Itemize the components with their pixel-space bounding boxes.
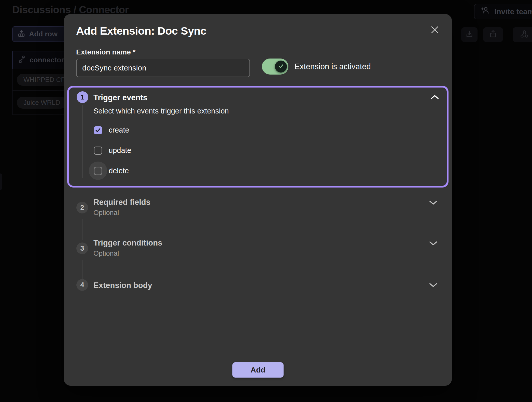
collapse-section-button[interactable] [430, 94, 440, 100]
chevron-down-icon [428, 282, 438, 288]
expand-section-button[interactable] [428, 282, 438, 288]
step-title-extension-body[interactable]: Extension body [93, 281, 152, 290]
checkbox-label: update [109, 146, 131, 155]
extension-name-input[interactable] [76, 59, 250, 77]
step-number-badge: 4 [76, 279, 88, 291]
checkbox-box [94, 126, 102, 134]
checkbox-box [94, 147, 102, 155]
checkbox-delete[interactable]: delete [94, 167, 129, 175]
step-connector-line [82, 219, 82, 240]
expand-section-button[interactable] [428, 240, 438, 246]
add-button[interactable]: Add [232, 362, 284, 378]
checkbox-box [94, 167, 102, 175]
step-connector-line [82, 105, 82, 178]
webhook-button[interactable] [513, 27, 532, 42]
step-title[interactable]: Trigger events [93, 93, 147, 102]
invite-team-button[interactable]: Invite team [474, 4, 532, 19]
step-title-trigger-conditions[interactable]: Trigger conditions [93, 238, 162, 248]
chevron-up-icon [430, 94, 440, 100]
checkbox-update[interactable]: update [94, 146, 131, 155]
step-number-badge: 3 [76, 242, 88, 254]
toggle-knob [275, 61, 287, 73]
invite-team-label: Invite team [494, 7, 532, 16]
add-row-label: Add row [29, 30, 58, 38]
close-button[interactable] [428, 23, 442, 37]
step-trigger-events: 1 Trigger events Select which events tri… [67, 86, 449, 188]
chevron-down-icon [428, 240, 438, 246]
activation-toggle-label: Extension is activated [295, 62, 371, 71]
connector-column-label: connector [30, 56, 64, 64]
extension-name-label: Extension name * [76, 48, 135, 56]
share-icon [488, 30, 498, 40]
dialog-title: Add Extension: Doc Sync [76, 25, 206, 37]
add-row-icon [17, 29, 25, 39]
person-plus-icon [480, 6, 490, 18]
add-row-button[interactable]: Add row [12, 26, 65, 42]
step-number-badge: 1 [77, 91, 88, 103]
import-icon [465, 30, 474, 40]
cable-icon [18, 55, 26, 65]
step-description: Select which events trigger this extensi… [93, 107, 229, 115]
side-panel-handle[interactable] [0, 174, 2, 190]
activation-toggle[interactable] [262, 59, 288, 75]
step-subtitle: Optional [93, 250, 119, 257]
check-icon [277, 63, 285, 71]
step-subtitle: Optional [93, 209, 119, 217]
cell-pill: Juice WRLD [17, 97, 67, 109]
expand-section-button[interactable] [428, 199, 438, 206]
checkbox-label: create [109, 126, 129, 134]
chevron-down-icon [428, 199, 438, 206]
step-connector-line [82, 260, 82, 280]
checkbox-label: delete [109, 167, 129, 175]
close-icon [430, 25, 439, 35]
webhook-icon [520, 29, 529, 40]
add-extension-dialog: Add Extension: Doc Sync Extension name *… [64, 14, 452, 386]
check-icon [95, 127, 101, 134]
step-number-badge: 2 [76, 202, 88, 213]
step-title-required-fields[interactable]: Required fields [93, 198, 150, 207]
import-button[interactable] [461, 27, 478, 42]
export-button[interactable] [483, 27, 503, 42]
checkbox-create[interactable]: create [94, 126, 129, 134]
